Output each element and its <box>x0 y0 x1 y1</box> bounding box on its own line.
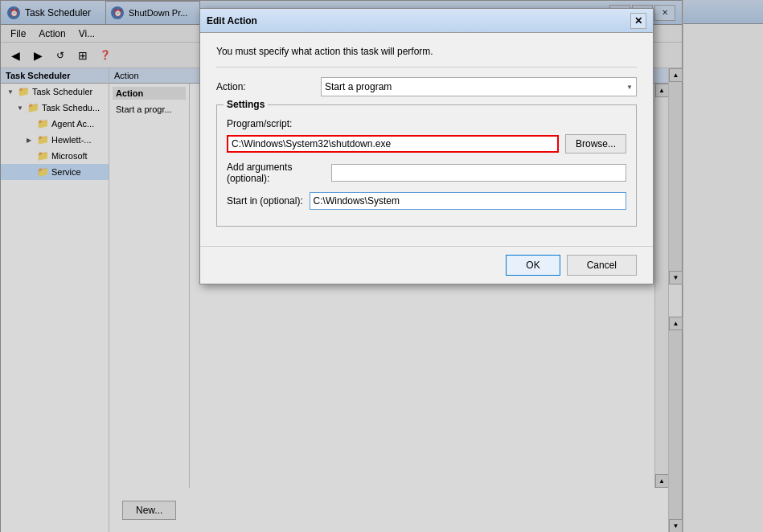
program-script-label: Program/script: <box>227 118 292 129</box>
program-script-row: Browse... <box>227 134 626 153</box>
add-arguments-label: Add arguments (optional): <box>227 162 331 184</box>
program-input-wrapper <box>227 135 559 153</box>
start-in-input[interactable] <box>310 192 626 210</box>
modal-body: You must specify what action this task w… <box>200 33 653 246</box>
settings-group: Settings Program/script: Browse... Add a… <box>216 104 637 227</box>
browse-button[interactable]: Browse... <box>565 134 626 153</box>
divider <box>216 67 637 68</box>
modal-close-button[interactable]: ✕ <box>630 13 646 29</box>
ok-button[interactable]: OK <box>506 255 560 276</box>
start-in-label: Start in (optional): <box>227 195 310 207</box>
modal-overlay: Edit Action ✕ You must specify what acti… <box>0 0 763 532</box>
cancel-button[interactable]: Cancel <box>567 255 637 276</box>
modal-footer: OK Cancel <box>200 246 653 284</box>
modal-title-bar: Edit Action ✕ <box>200 9 653 33</box>
program-script-input[interactable] <box>227 135 559 153</box>
modal-description: You must specify what action this task w… <box>216 46 637 57</box>
settings-legend: Settings <box>224 99 268 110</box>
modal-title: Edit Action <box>207 15 630 27</box>
add-arguments-row: Add arguments (optional): <box>227 162 626 184</box>
action-dropdown-value: Start a program <box>325 81 392 92</box>
dropdown-arrow-icon: ▼ <box>626 84 633 91</box>
action-field-label: Action: <box>216 81 321 92</box>
action-dropdown[interactable]: Start a program ▼ <box>321 77 637 96</box>
add-arguments-input[interactable] <box>331 164 626 182</box>
action-row: Action: Start a program ▼ <box>216 77 637 96</box>
edit-action-dialog: Edit Action ✕ You must specify what acti… <box>199 8 654 284</box>
start-in-row: Start in (optional): <box>227 192 626 210</box>
